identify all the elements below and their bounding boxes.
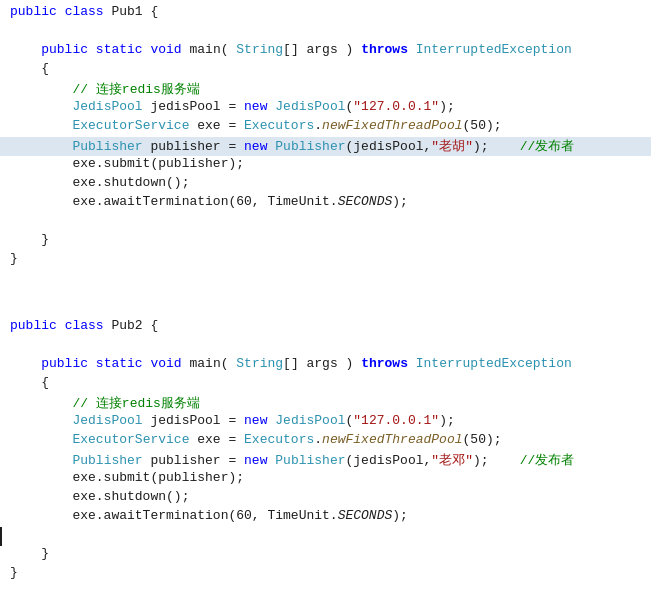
type-string2: String: [236, 356, 283, 371]
type-jedispool2: JedisPool: [72, 413, 142, 428]
line-brace-open-1: {: [0, 61, 651, 80]
line-comment-1: // 连接redis服务端: [0, 80, 651, 99]
line-cursor: [0, 527, 651, 546]
method-newfixed2: newFixedThreadPool: [322, 432, 462, 447]
keyword-class2: class: [65, 318, 104, 333]
type-publisher1b: Publisher: [275, 139, 345, 154]
code-block-pub2: public class Pub2 { public static void m…: [0, 314, 651, 588]
code-container: public class Pub1 { public static void m…: [0, 0, 651, 612]
code-block-pub1: public class Pub1 { public static void m…: [0, 0, 651, 274]
type-interrupted2: InterruptedException: [416, 356, 572, 371]
type-executors1: Executors: [244, 118, 314, 133]
italic-seconds1: SECONDS: [338, 194, 393, 209]
line-submit-2: exe.submit(publisher);: [0, 470, 651, 489]
line-main-method-1: public static void main( String[] args )…: [0, 42, 651, 61]
class-name: Pub1: [111, 4, 142, 19]
string-ip2: "127.0.0.1": [353, 413, 439, 428]
string-name2: "老邓": [431, 453, 473, 468]
kw-new1b: new: [244, 139, 267, 154]
line-submit-1: exe.submit(publisher);: [0, 156, 651, 175]
type-executorservice1: ExecutorService: [72, 118, 189, 133]
type-interrupted1: InterruptedException: [416, 42, 572, 57]
type-publisher2b: Publisher: [275, 453, 345, 468]
type-executors2: Executors: [244, 432, 314, 447]
line-outer-brace-close-1: }: [0, 251, 651, 270]
type-jedispool2b: JedisPool: [275, 413, 345, 428]
class-name-2: Pub2: [111, 318, 142, 333]
line-blank-2: [0, 213, 651, 232]
keyword-public: public: [10, 4, 57, 19]
kw-throws2: throws: [361, 356, 408, 371]
type-jedispool1: JedisPool: [72, 99, 142, 114]
kw-static2: static: [96, 356, 143, 371]
type-string1: String: [236, 42, 283, 57]
keyword-class: class: [65, 4, 104, 19]
line-jedispool-1: JedisPool jedisPool = new JedisPool("127…: [0, 99, 651, 118]
line-outer-brace-close-2: }: [0, 565, 651, 584]
kw-throws1: throws: [361, 42, 408, 57]
line-await-1: exe.awaitTermination(60, TimeUnit.SECOND…: [0, 194, 651, 213]
comment-redis1: // 连接redis服务端: [72, 82, 199, 97]
section-gap: [0, 274, 651, 314]
keyword-public2: public: [10, 318, 57, 333]
kw-new1a: new: [244, 99, 267, 114]
kw-public1: public: [41, 42, 88, 57]
line-inner-brace-close-2: }: [0, 546, 651, 565]
kw-void1: void: [150, 42, 181, 57]
line-jedispool-2: JedisPool jedisPool = new JedisPool("127…: [0, 413, 651, 432]
line-brace-open-2: {: [0, 375, 651, 394]
kw-void2: void: [150, 356, 181, 371]
comment-publisher1: //发布者: [520, 139, 575, 154]
line-executor-1: ExecutorService exe = Executors.newFixed…: [0, 118, 651, 137]
line-shutdown-1: exe.shutdown();: [0, 175, 651, 194]
kw-public2: public: [41, 356, 88, 371]
comment-redis2: // 连接redis服务端: [72, 396, 199, 411]
type-publisher1: Publisher: [72, 139, 142, 154]
type-publisher2: Publisher: [72, 453, 142, 468]
line-inner-brace-close-1: }: [0, 232, 651, 251]
line-blank-3: [0, 337, 651, 356]
line-pub2-class: public class Pub2 {: [0, 318, 651, 337]
comment-publisher2: //发布者: [520, 453, 575, 468]
kw-new2b: new: [244, 453, 267, 468]
line-shutdown-2: exe.shutdown();: [0, 489, 651, 508]
line-pub1-class: public class Pub1 {: [0, 4, 651, 23]
line-await-2: exe.awaitTermination(60, TimeUnit.SECOND…: [0, 508, 651, 527]
line-main-method-2: public static void main( String[] args )…: [0, 356, 651, 375]
type-jedispool1b: JedisPool: [275, 99, 345, 114]
kw-new2a: new: [244, 413, 267, 428]
method-newfixed1: newFixedThreadPool: [322, 118, 462, 133]
italic-seconds2: SECONDS: [338, 508, 393, 523]
type-executorservice2: ExecutorService: [72, 432, 189, 447]
line-publisher-2: Publisher publisher = new Publisher(jedi…: [0, 451, 651, 470]
string-name1: "老胡": [431, 139, 473, 154]
string-ip1: "127.0.0.1": [353, 99, 439, 114]
line-comment-2: // 连接redis服务端: [0, 394, 651, 413]
kw-static1: static: [96, 42, 143, 57]
line-blank-1: [0, 23, 651, 42]
line-executor-2: ExecutorService exe = Executors.newFixed…: [0, 432, 651, 451]
line-publisher-1: Publisher publisher = new Publisher(jedi…: [0, 137, 651, 156]
